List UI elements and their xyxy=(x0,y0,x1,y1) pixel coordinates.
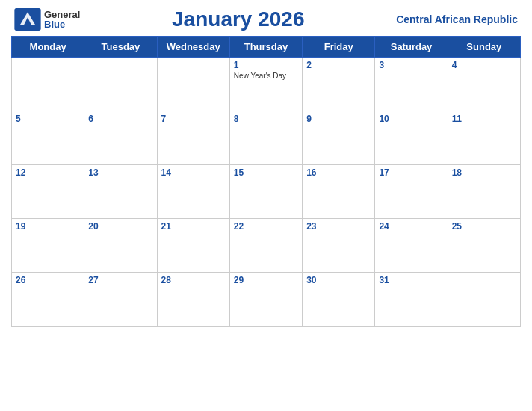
day-number: 28 xyxy=(161,275,226,285)
calendar-cell: 21 xyxy=(157,219,229,273)
calendar-cell: 22 xyxy=(229,219,302,273)
day-number: 25 xyxy=(452,221,516,232)
calendar-cell: 31 xyxy=(375,273,448,327)
country-label: Central African Republic xyxy=(396,13,518,25)
holiday-label: New Year's Day xyxy=(234,72,298,80)
day-number: 11 xyxy=(452,114,516,124)
calendar-cell: 29 xyxy=(229,273,302,327)
day-number: 24 xyxy=(379,221,443,232)
calendar-row: 12131415161718 xyxy=(12,165,521,219)
calendar-cell: 20 xyxy=(84,219,157,273)
day-number: 9 xyxy=(306,114,371,124)
calendar-title: January 2026 xyxy=(172,7,304,31)
day-number: 6 xyxy=(88,114,152,124)
logo: General Blue xyxy=(14,8,80,31)
day-number: 2 xyxy=(306,60,371,70)
day-number: 10 xyxy=(379,114,443,124)
logo-icon xyxy=(14,8,41,31)
calendar-cell: 18 xyxy=(448,165,520,219)
calendar-row: 262728293031 xyxy=(12,273,521,327)
calendar-cell: 25 xyxy=(448,219,520,273)
calendar-row: 567891011 xyxy=(12,111,521,165)
col-thursday: Thursday xyxy=(229,37,302,58)
month-year-title: January 2026 xyxy=(172,7,304,31)
day-number: 20 xyxy=(88,221,152,232)
calendar-table: Monday Tuesday Wednesday Thursday Friday… xyxy=(11,36,521,327)
calendar-cell xyxy=(448,273,520,327)
day-number: 16 xyxy=(306,167,371,178)
calendar-cell: 26 xyxy=(12,273,84,327)
day-number: 21 xyxy=(161,221,226,232)
col-tuesday: Tuesday xyxy=(84,37,157,58)
day-number: 22 xyxy=(234,221,298,232)
calendar-cell: 27 xyxy=(84,273,157,327)
calendar-cell: 15 xyxy=(229,165,302,219)
calendar-cell: 4 xyxy=(448,58,520,111)
calendar-cell: 12 xyxy=(12,165,84,219)
day-number: 26 xyxy=(16,275,80,285)
day-number: 14 xyxy=(161,167,226,178)
day-number: 3 xyxy=(379,60,443,70)
day-number: 1 xyxy=(234,60,298,70)
calendar-cell: 16 xyxy=(303,165,375,219)
calendar-cell: 9 xyxy=(303,111,375,165)
calendar-cell: 19 xyxy=(12,219,84,273)
page-header: General Blue January 2026 Central Africa… xyxy=(11,7,521,31)
calendar-cell: 23 xyxy=(303,219,375,273)
day-number: 4 xyxy=(452,60,516,70)
day-number: 27 xyxy=(88,275,152,285)
calendar-cell: 13 xyxy=(84,165,157,219)
calendar-cell: 6 xyxy=(84,111,157,165)
calendar-cell: 5 xyxy=(12,111,84,165)
calendar-cell: 7 xyxy=(157,111,229,165)
calendar-cell xyxy=(84,58,157,111)
calendar-header-row: Monday Tuesday Wednesday Thursday Friday… xyxy=(12,37,521,58)
day-number: 30 xyxy=(306,275,371,285)
logo-text: General Blue xyxy=(44,10,80,29)
col-saturday: Saturday xyxy=(375,37,448,58)
day-number: 17 xyxy=(379,167,443,178)
day-number: 31 xyxy=(379,275,443,285)
day-number: 13 xyxy=(88,167,152,178)
calendar-cell: 17 xyxy=(375,165,448,219)
day-number: 18 xyxy=(452,167,516,178)
calendar-cell xyxy=(12,58,84,111)
calendar-cell: 3 xyxy=(375,58,448,111)
calendar-cell xyxy=(157,58,229,111)
day-number: 29 xyxy=(234,275,298,285)
calendar-cell: 14 xyxy=(157,165,229,219)
calendar-row: 19202122232425 xyxy=(12,219,521,273)
day-number: 19 xyxy=(16,221,80,232)
day-number: 5 xyxy=(16,114,80,124)
day-number: 8 xyxy=(234,114,298,124)
calendar-cell: 2 xyxy=(303,58,375,111)
day-number: 12 xyxy=(16,167,80,178)
calendar-cell: 1New Year's Day xyxy=(229,58,302,111)
calendar-cell: 10 xyxy=(375,111,448,165)
calendar-cell: 28 xyxy=(157,273,229,327)
day-number: 23 xyxy=(306,221,371,232)
day-number: 7 xyxy=(161,114,226,124)
calendar-cell: 8 xyxy=(229,111,302,165)
col-sunday: Sunday xyxy=(448,37,520,58)
col-friday: Friday xyxy=(303,37,375,58)
col-wednesday: Wednesday xyxy=(157,37,229,58)
calendar-row: 1New Year's Day234 xyxy=(12,58,521,111)
calendar-cell: 30 xyxy=(303,273,375,327)
logo-blue: Blue xyxy=(44,19,80,29)
calendar-cell: 11 xyxy=(448,111,520,165)
calendar-cell: 24 xyxy=(375,219,448,273)
col-monday: Monday xyxy=(12,37,84,58)
day-number: 15 xyxy=(234,167,298,178)
